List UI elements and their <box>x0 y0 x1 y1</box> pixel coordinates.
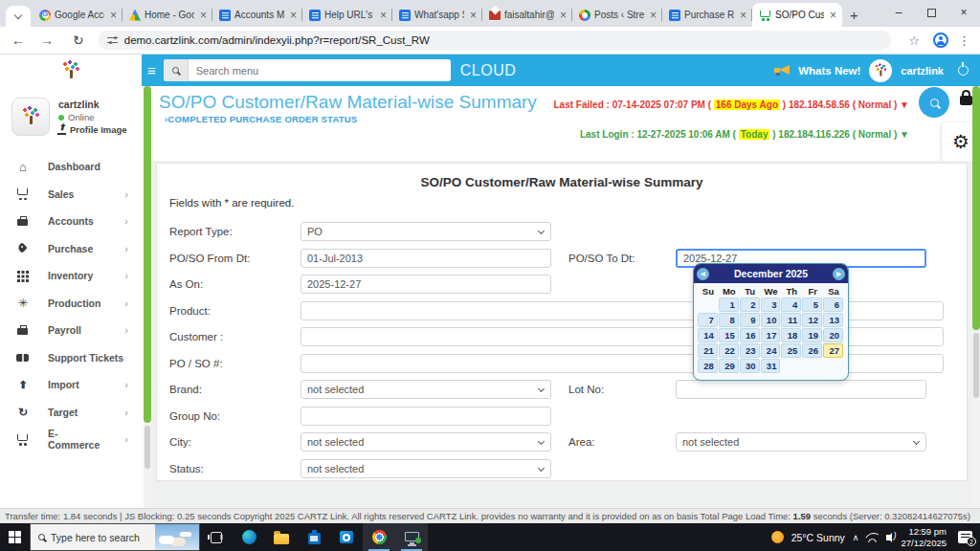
edge-button[interactable] <box>233 523 265 551</box>
global-search-button[interactable] <box>919 87 949 118</box>
tab-close-icon[interactable]: × <box>648 9 658 22</box>
weather-thumbnail[interactable] <box>155 524 199 550</box>
forward-button[interactable]: → <box>33 33 61 48</box>
calendar-day[interactable]: 23 <box>740 343 760 358</box>
calendar-day[interactable]: 19 <box>802 328 822 342</box>
browser-tab[interactable]: Google Accou× <box>33 3 122 27</box>
calendar-day[interactable]: 26 <box>802 343 822 358</box>
calendar-day[interactable]: 12 <box>802 313 822 327</box>
minimize-button[interactable]: – <box>882 0 915 25</box>
calendar-selected-day[interactable]: 27 <box>823 343 843 358</box>
calendar-day[interactable]: 11 <box>781 313 801 327</box>
calendar-day[interactable]: 18 <box>781 328 801 342</box>
sidebar-item-dashboard[interactable]: Dashboard <box>0 153 144 181</box>
area-select[interactable]: not selected <box>676 432 926 452</box>
calendar-day[interactable]: 29 <box>719 359 739 373</box>
tab-close-icon[interactable]: × <box>198 9 209 22</box>
last-failed-status[interactable]: Last Failed : 07-14-2025 07:07 PM ( 166 … <box>554 99 909 110</box>
account-name[interactable]: cartzlink <box>901 65 944 77</box>
tab-search-button[interactable] <box>6 6 31 27</box>
site-settings-icon[interactable] <box>107 36 118 45</box>
report-type-select[interactable]: PO <box>301 222 551 241</box>
calendar-day[interactable]: 6 <box>823 298 843 312</box>
browser-tab[interactable]: SO/PO Custom× <box>752 3 842 27</box>
calendar-day[interactable]: 5 <box>802 298 822 312</box>
wifi-icon[interactable] <box>866 533 879 542</box>
sidebar-item-target[interactable]: Target› <box>0 399 144 427</box>
reload-button[interactable]: ↻ <box>65 33 92 48</box>
tab-close-icon[interactable]: × <box>468 9 479 22</box>
calendar-day[interactable]: 1 <box>719 298 739 312</box>
prev-month-icon[interactable]: ◂ <box>697 268 709 280</box>
new-tab-button[interactable]: + <box>842 7 868 27</box>
browser-tab[interactable]: faisaltahir@ca× <box>482 3 572 27</box>
task-view-button[interactable] <box>200 523 233 551</box>
windows-start-icon[interactable] <box>9 531 21 543</box>
sidebar-item-production[interactable]: Production› <box>0 290 144 318</box>
city-select[interactable]: not selected <box>301 432 551 452</box>
calendar-day[interactable]: 2 <box>740 298 760 312</box>
tray-chevron-icon[interactable]: ∧ <box>853 533 859 542</box>
address-bar[interactable]: demo.cartzlink.com/admin/indexyii.php?r=… <box>98 31 892 50</box>
sidebar-item-payroll[interactable]: Payroll› <box>0 317 144 344</box>
taskbar-search[interactable]: Type here to search <box>30 523 200 551</box>
calendar-day[interactable]: 10 <box>761 313 781 327</box>
calendar-day[interactable]: 13 <box>823 313 843 327</box>
whats-new-link[interactable]: Whats New! <box>798 65 860 77</box>
sidebar-item-accounts[interactable]: Accounts› <box>0 208 144 235</box>
logout-power-icon[interactable] <box>958 65 969 76</box>
tab-close-icon[interactable]: × <box>288 9 299 22</box>
lot-no-input[interactable] <box>676 380 926 399</box>
file-explorer-button[interactable] <box>265 523 298 551</box>
brand-logo[interactable] <box>0 55 142 86</box>
calendar-day[interactable]: 31 <box>761 359 781 373</box>
sidebar-item-e-commerce[interactable]: E-Commerce› <box>0 426 144 453</box>
outlook-button[interactable] <box>330 523 363 551</box>
tab-close-icon[interactable]: × <box>378 9 389 22</box>
profile-image-link[interactable]: Profile Image <box>58 124 127 135</box>
breadcrumb[interactable]: ›COMPLETED PURCHASE ORDER STATUS <box>165 114 357 124</box>
weather-text[interactable]: 25°C Sunny <box>791 532 845 543</box>
calendar-day[interactable]: 15 <box>719 328 739 342</box>
calendar-day[interactable]: 30 <box>740 359 760 373</box>
browser-menu-icon[interactable]: ⋮ <box>954 33 980 48</box>
notification-icon[interactable]: 2 <box>958 531 972 543</box>
calendar-day[interactable]: 25 <box>781 343 801 358</box>
calendar-day[interactable]: 24 <box>761 343 781 358</box>
chrome-button[interactable] <box>363 523 395 551</box>
group-no-input[interactable] <box>301 407 551 426</box>
tab-close-icon[interactable]: × <box>738 9 748 22</box>
browser-tab[interactable]: Purchase Repo× <box>662 3 752 27</box>
sidebar-item-support-tickets[interactable]: Support Tickets <box>0 344 144 372</box>
lock-icon[interactable] <box>960 96 972 105</box>
next-month-icon[interactable]: ▸ <box>833 268 845 280</box>
sun-weather-icon[interactable] <box>771 531 784 543</box>
calendar-day[interactable]: 3 <box>761 298 781 312</box>
calendar-day[interactable]: 7 <box>698 313 718 327</box>
bookmark-star-icon[interactable]: ☆ <box>901 33 927 48</box>
calendar-day[interactable]: 16 <box>740 328 760 342</box>
taskbar-clock[interactable]: 12:59 pm27/12/2025 <box>901 526 947 549</box>
sidebar-item-sales[interactable]: Sales› <box>0 181 144 209</box>
calendar-day[interactable]: 21 <box>698 343 718 358</box>
browser-tab[interactable]: Help URL's for× <box>302 3 392 27</box>
browser-tab[interactable]: What'sapp Sal× <box>392 3 482 27</box>
calendar-day[interactable]: 14 <box>698 328 718 342</box>
close-button[interactable]: × <box>947 0 980 25</box>
calendar-day[interactable]: 8 <box>719 313 739 327</box>
menu-search[interactable] <box>164 59 451 81</box>
menu-search-input[interactable] <box>189 65 451 77</box>
sidebar-scrollbar[interactable] <box>144 86 151 508</box>
calendar-day[interactable]: 20 <box>823 328 843 342</box>
calendar-day[interactable]: 4 <box>781 298 801 312</box>
last-login-status[interactable]: Last Login : 12-27-2025 10:06 AM ( Today… <box>580 129 909 140</box>
as-on-date-input[interactable] <box>301 275 551 294</box>
sidebar-item-import[interactable]: Import› <box>0 371 144 399</box>
calendar-day[interactable]: 17 <box>761 328 781 342</box>
browser-tab[interactable]: Accounts Mast× <box>212 3 302 27</box>
user-avatar[interactable] <box>869 59 892 82</box>
back-button[interactable]: ← <box>4 33 33 48</box>
page-scrollbar[interactable] <box>972 86 980 508</box>
browser-tab[interactable]: Home - Googl× <box>122 3 212 27</box>
tab-close-icon[interactable]: × <box>828 9 838 22</box>
